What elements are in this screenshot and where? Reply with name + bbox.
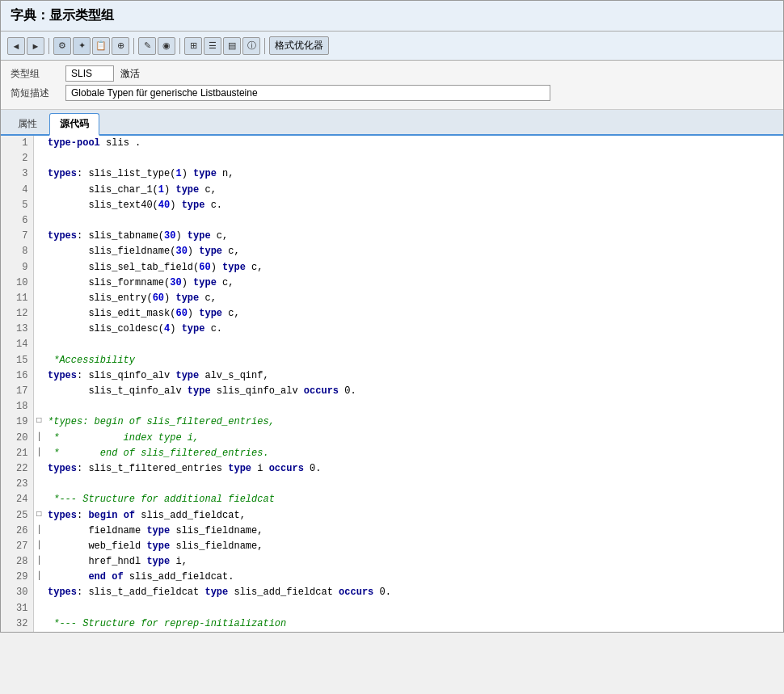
back-button[interactable]: ◄ bbox=[7, 37, 25, 55]
line-number: 30 bbox=[1, 585, 33, 600]
hierarchy-button[interactable]: ⊞ bbox=[184, 37, 202, 55]
fold-icon bbox=[33, 166, 44, 182]
list-button[interactable]: ☰ bbox=[204, 37, 221, 55]
code-line: slis_text40(40) type c. bbox=[44, 198, 783, 213]
line-number: 8 bbox=[1, 244, 33, 259]
fold-icon[interactable]: │ bbox=[33, 570, 44, 585]
forward-button[interactable]: ► bbox=[27, 37, 44, 55]
code-line: type-pool slis . bbox=[44, 136, 783, 151]
code-line: *Accessibility bbox=[44, 353, 783, 368]
code-line: types: slis_list_type(1) type n, bbox=[44, 166, 783, 182]
status-value: 激活 bbox=[120, 67, 140, 81]
fold-icon bbox=[33, 322, 44, 337]
line-number: 26 bbox=[1, 524, 33, 539]
code-line: slis_formname(30) type c, bbox=[44, 275, 783, 291]
fold-icon bbox=[33, 151, 44, 166]
table-row: 14 bbox=[1, 337, 783, 352]
short-desc-value: Globale Typen für generische Listbaustei… bbox=[65, 85, 550, 101]
line-number: 18 bbox=[1, 399, 33, 414]
optimizer-button[interactable]: 格式优化器 bbox=[269, 36, 329, 55]
line-number: 15 bbox=[1, 353, 33, 368]
web-button[interactable]: ⊕ bbox=[112, 37, 129, 55]
line-number: 29 bbox=[1, 570, 33, 585]
code-line bbox=[44, 399, 783, 414]
line-number: 9 bbox=[1, 260, 33, 275]
fold-icon[interactable]: │ bbox=[33, 524, 44, 539]
line-number: 5 bbox=[1, 198, 33, 213]
table-row: 22types: slis_t_filtered_entries type i … bbox=[1, 461, 783, 477]
fold-icon bbox=[33, 492, 44, 507]
fold-icon[interactable]: □ bbox=[33, 508, 44, 524]
line-number: 27 bbox=[1, 539, 33, 554]
title-bar: 字典：显示类型组 bbox=[1, 1, 783, 32]
line-number: 6 bbox=[1, 213, 33, 229]
table-row: 6 bbox=[1, 213, 783, 229]
table-row: 12 slis_edit_mask(60) type c, bbox=[1, 306, 783, 322]
table-row: 9 slis_sel_tab_field(60) type c, bbox=[1, 260, 783, 275]
fold-icon bbox=[33, 183, 44, 198]
table-row: 30types: slis_t_add_fieldcat type slis_a… bbox=[1, 585, 783, 600]
code-line: slis_entry(60) type c, bbox=[44, 291, 783, 306]
table-row: 15 *Accessibility bbox=[1, 353, 783, 368]
code-area: 1type-pool slis .23types: slis_list_type… bbox=[1, 136, 783, 632]
table-row: 17 slis_t_qinfo_alv type slis_qinfo_alv … bbox=[1, 384, 783, 399]
table-row: 25□types: begin of slis_add_fieldcat, bbox=[1, 508, 783, 524]
table-row: 11 slis_entry(60) type c, bbox=[1, 291, 783, 306]
code-line: end of slis_add_fieldcat. bbox=[44, 570, 783, 585]
tab-properties[interactable]: 属性 bbox=[7, 113, 48, 134]
fold-icon[interactable]: │ bbox=[33, 539, 44, 554]
line-number: 20 bbox=[1, 431, 33, 446]
pin-button[interactable]: ◉ bbox=[158, 37, 175, 55]
fold-icon bbox=[33, 399, 44, 414]
tab-source-code[interactable]: 源代码 bbox=[49, 113, 99, 136]
fold-icon bbox=[33, 213, 44, 229]
edit-button[interactable]: ✎ bbox=[138, 37, 156, 55]
table-row: 16types: slis_qinfo_alv type alv_s_qinf, bbox=[1, 368, 783, 384]
fold-icon bbox=[33, 601, 44, 616]
table-row: 23 bbox=[1, 477, 783, 492]
tool-btn-1[interactable]: ⚙ bbox=[53, 37, 71, 55]
code-line: types: begin of slis_add_fieldcat, bbox=[44, 508, 783, 524]
table-row: 19□*types: begin of slis_filtered_entrie… bbox=[1, 414, 783, 430]
line-number: 23 bbox=[1, 477, 33, 492]
line-number: 14 bbox=[1, 337, 33, 352]
code-line: types: slis_t_filtered_entries type i oc… bbox=[44, 461, 783, 477]
line-number: 17 bbox=[1, 384, 33, 399]
type-group-row: 类型组 SLIS 激活 bbox=[11, 65, 773, 82]
code-line: types: slis_t_add_fieldcat type slis_add… bbox=[44, 585, 783, 600]
fold-icon[interactable]: │ bbox=[33, 554, 44, 570]
table-row: 26│ fieldname type slis_fieldname, bbox=[1, 524, 783, 539]
code-line: fieldname type slis_fieldname, bbox=[44, 524, 783, 539]
table-row: 10 slis_formname(30) type c, bbox=[1, 275, 783, 291]
table-row: 5 slis_text40(40) type c. bbox=[1, 198, 783, 213]
fold-icon[interactable]: □ bbox=[33, 414, 44, 430]
fold-icon bbox=[33, 229, 44, 244]
info-button[interactable]: ⓘ bbox=[242, 37, 260, 55]
fold-icon bbox=[33, 260, 44, 275]
line-number: 13 bbox=[1, 322, 33, 337]
table-row: 21│ * end of slis_filtered_entries. bbox=[1, 446, 783, 461]
table-row: 13 slis_coldesc(4) type c. bbox=[1, 322, 783, 337]
line-number: 3 bbox=[1, 166, 33, 182]
code-line bbox=[44, 151, 783, 166]
fold-icon bbox=[33, 368, 44, 384]
tool-btn-2[interactable]: ✦ bbox=[73, 37, 91, 55]
line-number: 31 bbox=[1, 601, 33, 616]
line-number: 28 bbox=[1, 554, 33, 570]
grid-button[interactable]: ▤ bbox=[223, 37, 241, 55]
fold-icon bbox=[33, 384, 44, 399]
fold-icon bbox=[33, 461, 44, 477]
short-desc-label: 简短描述 bbox=[11, 86, 59, 100]
line-number: 22 bbox=[1, 461, 33, 477]
line-number: 7 bbox=[1, 229, 33, 244]
fold-icon[interactable]: │ bbox=[33, 431, 44, 446]
line-number: 19 bbox=[1, 414, 33, 430]
table-row: 1type-pool slis . bbox=[1, 136, 783, 151]
toolbar: ◄ ► ⚙ ✦ 📋 ⊕ ✎ ◉ ⊞ ☰ ▤ ⓘ 格式优化器 bbox=[1, 32, 783, 61]
copy-button[interactable]: 📋 bbox=[92, 37, 110, 55]
code-line: types: slis_qinfo_alv type alv_s_qinf, bbox=[44, 368, 783, 384]
table-row: 32 *--- Structure for reprep-initializat… bbox=[1, 616, 783, 632]
fold-icon[interactable]: │ bbox=[33, 446, 44, 461]
table-row: 28│ href_hndl type i, bbox=[1, 554, 783, 570]
table-row: 4 slis_char_1(1) type c, bbox=[1, 183, 783, 198]
